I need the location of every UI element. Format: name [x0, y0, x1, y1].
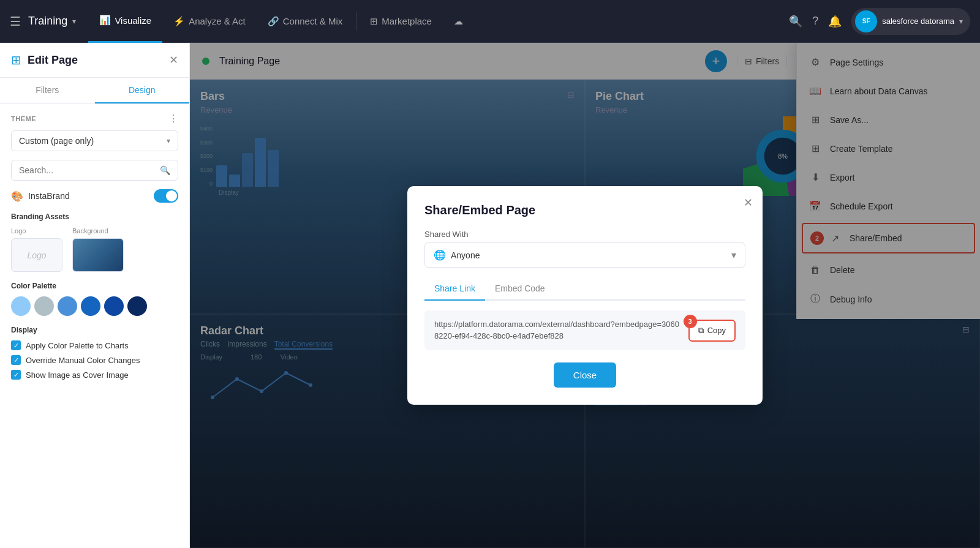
- modal-tabs: Share Link Embed Code: [424, 277, 745, 301]
- shared-with-value: Anyone: [451, 250, 480, 260]
- sidebar-tabs: Filters Design: [0, 78, 189, 104]
- connect-icon: 🔗: [268, 16, 279, 27]
- nav-item-visualize[interactable]: 📊 Visualize: [88, 0, 162, 43]
- shared-with-dropdown[interactable]: 🌐 Anyone ▾: [424, 242, 745, 268]
- background-label: Background: [72, 227, 124, 235]
- nav-item-connect[interactable]: 🔗 Connect & Mix: [257, 0, 354, 43]
- modal-close-button[interactable]: ✕: [744, 196, 753, 209]
- search-input[interactable]: [19, 165, 155, 175]
- background-box[interactable]: [72, 238, 124, 272]
- page-icon: ⊞: [11, 53, 21, 67]
- tab-filters[interactable]: Filters: [0, 78, 95, 103]
- theme-section-header: THEME ⋮: [11, 113, 178, 124]
- salesforce-logo: SF: [855, 10, 877, 32]
- share-embed-modal: Share/Embed Page ✕ Shared With 🌐 Anyone …: [407, 186, 763, 404]
- analyze-icon: ⚡: [173, 16, 185, 27]
- search-icon[interactable]: 🔍: [789, 15, 802, 28]
- color-swatch-2[interactable]: [34, 296, 54, 316]
- shared-with-value-row: 🌐 Anyone: [434, 249, 480, 261]
- background-preview: [73, 239, 123, 271]
- avatar-caret-icon: ▾: [959, 17, 963, 26]
- checkbox-row-1: Apply Color Palette to Charts: [11, 340, 178, 350]
- shared-with-label: Shared With: [424, 230, 745, 239]
- logo-box[interactable]: Logo: [11, 238, 62, 272]
- color-swatch-4[interactable]: [81, 296, 100, 316]
- nav-item-label: Marketplace: [382, 16, 432, 26]
- brand-selector[interactable]: Training ▾: [28, 15, 76, 28]
- background-asset: Background: [72, 227, 124, 272]
- color-swatch-1[interactable]: [11, 296, 31, 316]
- top-navigation: ☰ Training ▾ 📊 Visualize ⚡ Analyze & Act…: [0, 0, 980, 43]
- nav-item-analyze[interactable]: ⚡ Analyze & Act: [162, 0, 257, 43]
- logo-label: Logo: [11, 227, 62, 235]
- nav-item-marketplace[interactable]: ⊞ Marketplace: [359, 0, 443, 43]
- instabrand-toggle[interactable]: [154, 189, 178, 203]
- tab-design[interactable]: Design: [95, 78, 190, 103]
- copy-button[interactable]: 3 ⧉ Copy: [688, 320, 736, 342]
- branding-assets-label: Branding Assets: [11, 212, 178, 221]
- logo-placeholder-text: Logo: [27, 250, 46, 260]
- nav-divider: [356, 12, 356, 31]
- nav-item-label: Analyze & Act: [189, 16, 246, 26]
- color-palette-label: Color Palette: [11, 282, 178, 290]
- sidebar-title-row: ⊞ Edit Page: [11, 53, 78, 67]
- color-swatch-5[interactable]: [104, 296, 124, 316]
- instabrand-icon: 🎨: [11, 190, 23, 202]
- globe-icon: 🌐: [434, 249, 446, 261]
- instabrand-label: InstaBrand: [28, 191, 70, 201]
- avatar-brand-text: salesforce datorama: [882, 17, 954, 26]
- theme-dropdown[interactable]: Custom (page only) ▾: [11, 130, 178, 151]
- nav-right-actions: 🔍 ? 🔔 SF salesforce datorama ▾: [789, 8, 970, 35]
- cover-image-label: Show Image as Cover Image: [26, 370, 129, 380]
- theme-menu-icon[interactable]: ⋮: [168, 113, 178, 124]
- modal-overlay: Share/Embed Page ✕ Shared With 🌐 Anyone …: [190, 43, 980, 548]
- extra-icon: ☁: [454, 16, 463, 27]
- checkbox-apply-color[interactable]: [11, 340, 21, 350]
- theme-dropdown-caret-icon: ▾: [167, 137, 170, 145]
- nav-item-extra[interactable]: ☁: [443, 0, 474, 43]
- left-sidebar: ⊞ Edit Page ✕ Filters Design THEME ⋮ Cus…: [0, 43, 190, 548]
- copy-badge: 3: [684, 315, 697, 328]
- brand-caret-icon: ▾: [72, 17, 76, 26]
- hamburger-icon[interactable]: ☰: [10, 14, 21, 29]
- modal-tab-embed-code[interactable]: Embed Code: [485, 277, 555, 301]
- notifications-icon[interactable]: 🔔: [828, 15, 842, 28]
- modal-tab-share-link[interactable]: Share Link: [424, 277, 485, 301]
- marketplace-icon: ⊞: [370, 16, 378, 27]
- color-swatch-6[interactable]: [127, 296, 147, 316]
- toggle-ball: [166, 190, 177, 201]
- logo-asset: Logo Logo: [11, 227, 62, 272]
- modal-close-btn[interactable]: Close: [554, 362, 616, 388]
- copy-label: Copy: [707, 326, 726, 335]
- user-avatar[interactable]: SF salesforce datorama ▾: [851, 8, 970, 35]
- main-layout: ⊞ Edit Page ✕ Filters Design THEME ⋮ Cus…: [0, 43, 980, 548]
- instabrand-left: 🎨 InstaBrand: [11, 190, 70, 202]
- apply-color-label: Apply Color Palette to Charts: [26, 341, 129, 350]
- modal-link-box: https://platform.datorama.com/external/d…: [424, 310, 745, 350]
- nav-item-label: Visualize: [115, 15, 151, 26]
- display-label: Display: [11, 326, 178, 334]
- override-label: Override Manual Color Changes: [26, 356, 140, 365]
- checkbox-row-2: Override Manual Color Changes: [11, 355, 178, 365]
- visualize-icon: 📊: [99, 15, 111, 26]
- checkbox-row-3: Show Image as Cover Image: [11, 370, 178, 380]
- nav-items: 📊 Visualize ⚡ Analyze & Act 🔗 Connect & …: [88, 0, 789, 43]
- nav-item-label: Connect & Mix: [283, 16, 343, 26]
- sidebar-title: Edit Page: [28, 54, 78, 67]
- help-icon[interactable]: ?: [812, 15, 818, 28]
- color-swatch-3[interactable]: [58, 296, 77, 316]
- checkbox-override[interactable]: [11, 355, 21, 365]
- copy-icon: ⧉: [698, 326, 704, 336]
- color-palette-row: [11, 296, 178, 316]
- sidebar-theme-section: THEME ⋮ Custom (page only) ▾ 🔍 🎨 InstaBr…: [0, 104, 189, 393]
- theme-name: Custom (page only): [19, 136, 94, 146]
- modal-title: Share/Embed Page: [424, 203, 745, 217]
- sidebar-close-button[interactable]: ✕: [169, 53, 178, 67]
- instabrand-row: 🎨 InstaBrand: [11, 189, 178, 203]
- search-icon: 🔍: [160, 165, 170, 175]
- checkbox-cover-image[interactable]: [11, 370, 21, 380]
- modal-link-text: https://platform.datorama.com/external/d…: [434, 319, 681, 341]
- main-content: ● Training Page + ⊟ Filters 📅 Jan 1, 201…: [190, 43, 980, 548]
- theme-section-label: THEME: [11, 115, 36, 122]
- modal-dropdown-caret-icon: ▾: [731, 249, 736, 261]
